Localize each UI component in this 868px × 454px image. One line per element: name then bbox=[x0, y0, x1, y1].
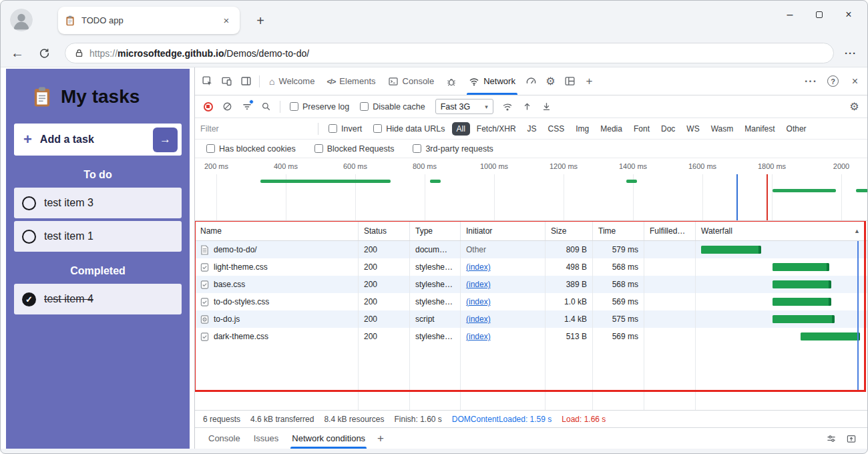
more-tabs-button[interactable]: + bbox=[580, 71, 599, 91]
devtools-close-button[interactable]: × bbox=[845, 71, 865, 91]
device-toolbar-button[interactable] bbox=[217, 71, 236, 91]
filter-pill-all[interactable]: All bbox=[452, 122, 470, 136]
throttling-dropdown[interactable]: Fast 3G ▾ bbox=[435, 99, 493, 114]
drawer-tab-console[interactable]: Console bbox=[202, 428, 247, 449]
tab-elements[interactable]: </> Elements bbox=[320, 67, 381, 95]
filter-pill-fetch-xhr[interactable]: Fetch/XHR bbox=[472, 122, 521, 136]
column-header-time[interactable]: Time bbox=[593, 221, 644, 240]
filter-pill-css[interactable]: CSS bbox=[544, 122, 570, 136]
task-checkbox[interactable] bbox=[22, 230, 36, 244]
disable-cache-checkbox[interactable]: Disable cache bbox=[355, 102, 430, 111]
column-header-fulfilled[interactable]: Fulfilled… bbox=[644, 221, 696, 240]
empty-cell bbox=[546, 345, 593, 410]
tab-close-icon[interactable]: × bbox=[220, 14, 233, 27]
request-initiator-link[interactable]: (index) bbox=[466, 332, 491, 341]
back-button[interactable]: ← bbox=[7, 43, 27, 63]
add-task-field[interactable]: + Add a task → bbox=[14, 124, 182, 156]
request-row-light-theme-css[interactable]: light-theme.css 200 styleshe… (index) 49… bbox=[195, 258, 867, 276]
record-network-log-button[interactable] bbox=[199, 97, 217, 116]
network-overview-timeline[interactable]: 200 ms 400 ms 600 ms 800 ms 1000 ms 1200… bbox=[195, 158, 867, 221]
request-fulfilled bbox=[644, 293, 696, 310]
refresh-button[interactable] bbox=[34, 43, 54, 63]
request-row-base-css[interactable]: base.css 200 styleshe… (index) 389 B 568… bbox=[195, 276, 867, 293]
column-header-initiator[interactable]: Initiator bbox=[461, 221, 546, 240]
filter-pill-media[interactable]: Media bbox=[596, 122, 627, 136]
tab-performance[interactable] bbox=[521, 71, 541, 91]
column-header-waterfall[interactable]: Waterfall ▲ bbox=[696, 221, 867, 240]
task-checkbox[interactable] bbox=[22, 196, 36, 210]
hide-data-urls-checkbox[interactable]: Hide data URLs bbox=[369, 124, 449, 134]
performance-gauge-icon bbox=[525, 75, 537, 87]
search-button[interactable] bbox=[257, 97, 275, 116]
request-initiator-link[interactable]: (index) bbox=[466, 314, 491, 324]
divider bbox=[280, 101, 280, 113]
clear-network-log-button[interactable] bbox=[218, 97, 236, 116]
filter-toggle-button[interactable] bbox=[238, 97, 256, 116]
filter-pill-wasm[interactable]: Wasm bbox=[706, 122, 738, 136]
drawer-add-tab-button[interactable]: + bbox=[372, 432, 389, 445]
network-conditions-button[interactable] bbox=[499, 97, 517, 116]
todo-item[interactable]: test item 3 bbox=[14, 188, 182, 218]
todo-app-panel: My tasks + Add a task → To do test item … bbox=[6, 69, 190, 449]
request-row-to-do-styles-css[interactable]: to-do-styles.css 200 styleshe… (index) 1… bbox=[195, 293, 867, 310]
import-har-button[interactable] bbox=[518, 97, 536, 116]
filter-pill-doc[interactable]: Doc bbox=[656, 122, 680, 136]
drawer-tab-network-conditions[interactable]: Network conditions bbox=[285, 428, 372, 449]
inspect-element-button[interactable] bbox=[198, 71, 217, 91]
request-row-dark-theme-css[interactable]: dark-theme.css 200 styleshe… (index) 513… bbox=[195, 328, 867, 345]
request-row-demo-to-do[interactable]: demo-to-do/ 200 docum… Other 809 B 579 m… bbox=[195, 241, 867, 258]
invert-checkbox[interactable]: Invert bbox=[324, 124, 367, 134]
request-row-to-do-js[interactable]: to-do.js 200 script (index) 1.4 kB 575 m… bbox=[195, 310, 867, 328]
record-icon bbox=[204, 102, 213, 111]
overview-activity-bar bbox=[856, 189, 867, 192]
window-close-button[interactable]: × bbox=[834, 1, 863, 29]
column-header-name[interactable]: Name bbox=[195, 221, 359, 240]
filter-pill-js[interactable]: JS bbox=[523, 122, 541, 136]
focus-mode-button[interactable] bbox=[236, 71, 256, 91]
browser-menu-button[interactable]: ··· bbox=[845, 47, 857, 59]
todo-item[interactable]: test item 1 bbox=[14, 221, 182, 252]
column-header-type[interactable]: Type bbox=[410, 221, 461, 240]
request-initiator-link[interactable]: (index) bbox=[466, 297, 491, 306]
preserve-log-checkbox[interactable]: Preserve log bbox=[285, 102, 354, 111]
tab-network[interactable]: Network bbox=[463, 67, 521, 95]
has-blocked-cookies-checkbox[interactable]: Has blocked cookies bbox=[202, 144, 300, 154]
navigation-bar: ← https://microsoftedge.github.io/Demos/… bbox=[1, 39, 867, 67]
tab-memory[interactable] bbox=[560, 71, 580, 91]
tab-console[interactable]: Console bbox=[382, 67, 441, 95]
filter-pill-ws[interactable]: WS bbox=[682, 122, 704, 136]
drawer-tab-issues[interactable]: Issues bbox=[247, 428, 286, 449]
add-task-submit-button[interactable]: → bbox=[153, 128, 178, 152]
tab-welcome[interactable]: ⌂ Welcome bbox=[263, 67, 320, 95]
column-header-size[interactable]: Size bbox=[546, 221, 593, 240]
devtools-menu-button[interactable]: ··· bbox=[801, 71, 821, 91]
window-maximize-button[interactable] bbox=[805, 1, 834, 29]
clipboard-icon bbox=[31, 86, 53, 107]
new-tab-button[interactable]: + bbox=[252, 12, 269, 29]
export-har-button[interactable] bbox=[537, 97, 556, 116]
tab-application[interactable]: ⚙ bbox=[541, 71, 560, 91]
request-initiator-link[interactable]: (index) bbox=[466, 280, 491, 289]
filter-pill-other[interactable]: Other bbox=[782, 122, 811, 136]
window-minimize-button[interactable]: – bbox=[775, 1, 805, 29]
drawer-settings-button[interactable] bbox=[826, 433, 837, 444]
address-bar[interactable]: https://microsoftedge.github.io/Demos/de… bbox=[65, 43, 834, 63]
third-party-requests-checkbox[interactable]: 3rd-party requests bbox=[408, 144, 497, 154]
help-button[interactable]: ? bbox=[823, 71, 843, 91]
blocked-requests-checkbox[interactable]: Blocked Requests bbox=[310, 144, 399, 154]
completed-item[interactable]: ✓ test item 4 bbox=[14, 284, 182, 314]
browser-tab[interactable]: TODO app × bbox=[58, 7, 240, 34]
request-initiator-link[interactable]: (index) bbox=[466, 262, 491, 272]
filter-pill-img[interactable]: Img bbox=[571, 122, 594, 136]
column-header-status[interactable]: Status bbox=[359, 221, 410, 240]
filter-pill-font[interactable]: Font bbox=[629, 122, 654, 136]
tab-issues[interactable] bbox=[440, 67, 463, 95]
expand-drawer-button[interactable] bbox=[846, 433, 857, 444]
profile-avatar[interactable] bbox=[10, 9, 33, 31]
filter-pill-manifest[interactable]: Manifest bbox=[740, 122, 779, 136]
filter-input[interactable] bbox=[200, 124, 312, 134]
task-checkbox-checked[interactable]: ✓ bbox=[22, 292, 36, 306]
tab-label: Network bbox=[483, 76, 515, 86]
columns-layout-icon bbox=[564, 75, 576, 87]
network-settings-button[interactable]: ⚙ bbox=[845, 97, 863, 116]
